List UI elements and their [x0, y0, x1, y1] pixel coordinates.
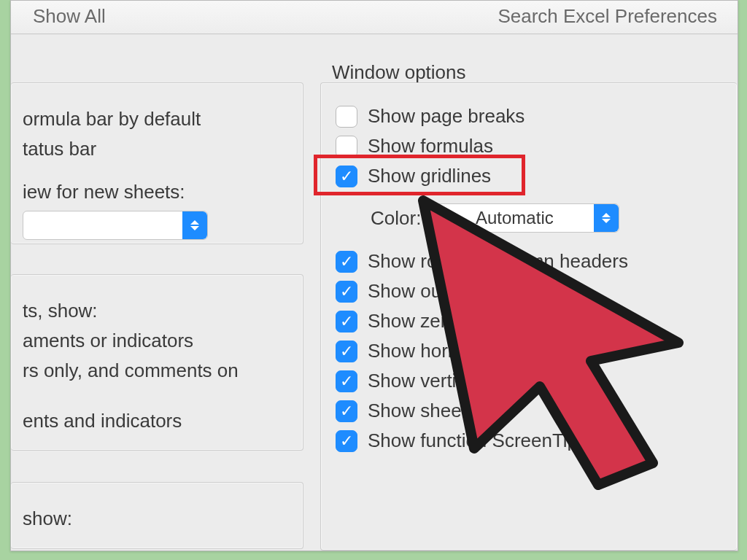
gridline-color-value: Automatic	[435, 208, 594, 228]
gridline-color-select[interactable]: Automatic	[434, 203, 619, 233]
show-outline-symbols-checkbox[interactable]: ✓	[336, 281, 357, 303]
for-comments-show-label: ts, show:	[23, 300, 290, 322]
dropdown-caret-icon	[182, 211, 207, 239]
show-zero-values-label: Show zero values	[368, 310, 517, 332]
show-function-screentips-checkbox[interactable]: ✓	[336, 430, 357, 452]
window-options-group: Show page breaks Show formulas ✓ Show gr…	[320, 82, 737, 551]
default-view-select[interactable]	[23, 211, 208, 240]
preferences-toolbar: Show All Search Excel Preferences	[11, 1, 738, 34]
show-formulas-label: Show formulas	[368, 135, 493, 158]
for-objects-show-label: show:	[23, 508, 290, 530]
show-gridlines-label: Show gridlines	[368, 165, 491, 187]
show-vertical-scrollbar-label: Show vertical scroll bar	[368, 370, 562, 392]
window-options-title: Window options	[332, 61, 466, 84]
show-row-column-headers-checkbox[interactable]: ✓	[336, 251, 357, 273]
show-row-column-headers-label: Show row and column headers	[368, 250, 628, 273]
settings-group-left-3: show:	[11, 482, 303, 549]
search-preferences-field[interactable]: Search Excel Preferences	[498, 5, 717, 28]
show-formula-bar-label: ormula bar by default	[23, 108, 290, 131]
show-status-bar-label: tatus bar	[23, 138, 290, 160]
show-zero-values-checkbox[interactable]: ✓	[336, 311, 357, 332]
settings-group-left-2: ts, show: aments or indicators rs only, …	[11, 274, 303, 451]
comments-option-2[interactable]: rs only, and comments on	[23, 359, 290, 382]
show-page-breaks-label: Show page breaks	[368, 105, 525, 128]
comments-option-3[interactable]: ents and indicators	[23, 410, 290, 432]
dropdown-caret-icon	[594, 204, 619, 232]
gridline-color-label: Color:	[371, 207, 421, 230]
show-horizontal-scrollbar-label: Show horizontal scroll bar	[368, 340, 585, 362]
show-outline-symbols-label: Show outline symbols	[368, 280, 551, 303]
settings-group-left-1: ormula bar by default tatus bar iew for …	[11, 82, 303, 244]
show-gridlines-checkbox[interactable]: ✓	[336, 166, 357, 187]
show-vertical-scrollbar-checkbox[interactable]: ✓	[336, 370, 357, 392]
default-view-label: iew for new sheets:	[23, 181, 290, 203]
show-function-screentips-label: Show function ScreenTips	[368, 429, 587, 452]
show-horizontal-scrollbar-checkbox[interactable]: ✓	[336, 341, 357, 362]
show-formulas-checkbox[interactable]	[336, 136, 357, 158]
show-sheet-tabs-label: Show sheet tabs	[368, 400, 508, 422]
show-sheet-tabs-checkbox[interactable]: ✓	[336, 400, 357, 422]
comments-option-1[interactable]: aments or indicators	[23, 330, 290, 352]
show-all-button[interactable]: Show All	[33, 5, 106, 28]
show-page-breaks-checkbox[interactable]	[336, 106, 357, 128]
preferences-window: Show All Search Excel Preferences Window…	[10, 0, 738, 551]
